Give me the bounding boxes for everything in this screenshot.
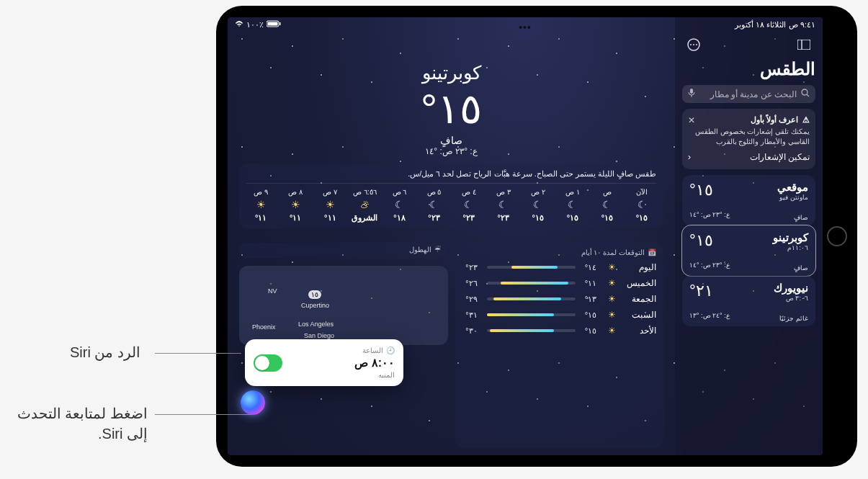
- weather-icon: ☾: [533, 199, 542, 210]
- city-card[interactable]: موقعي ماونتن فيو °١٥ ع: °٢٣ ص: °١٤ صافٍ: [682, 175, 815, 225]
- day-high: °٢٩: [462, 295, 481, 304]
- weather-icon: ☀︎: [606, 278, 617, 288]
- notif-body: يمكنك تلقي إشعارات بخصوص الطقس القاسي وا…: [688, 127, 810, 147]
- wifi-icon: [235, 20, 243, 29]
- city-temp: °١٥: [689, 231, 730, 250]
- siri-app-label: الساعة: [362, 346, 383, 354]
- weather-icon: ☾: [395, 199, 404, 210]
- hour-item: ٧ ص ☀︎ °١١: [316, 188, 344, 223]
- callout-siri-response: الرد من Siri: [70, 342, 140, 362]
- hero: كوبرتينو °١٥ صافٍ ع: °٢٣ ص: °١٤: [239, 62, 663, 156]
- city-name: نيويورك: [774, 282, 808, 295]
- sidebar-toggle-icon[interactable]: [795, 36, 813, 53]
- svg-rect-3: [797, 40, 810, 50]
- weather-map[interactable]: ١٥ Cupertino Los Angeles San Diego Phoen…: [239, 266, 448, 345]
- alarm-toggle[interactable]: [254, 354, 282, 372]
- notification-card: ✕ ⚠︎ اعرف أولاً بأول يمكنك تلقي إشعارات …: [682, 109, 815, 169]
- alert-icon: ⚠︎: [802, 115, 810, 125]
- siri-time: ٨:٠٠ ص: [354, 356, 395, 370]
- day-high: °٣١: [462, 310, 481, 320]
- battery-pct: ١٠٠٪: [246, 20, 264, 30]
- city-subtitle: ٣:٠٦ ص: [774, 295, 808, 302]
- hour-temp: °١٥: [567, 213, 578, 223]
- day-low: °١٥: [581, 326, 600, 336]
- day-row: الأحد ☀︎ °١٥ °٣٠: [462, 323, 657, 339]
- hourly-desc: طقس صافٍ الليلة يستمر حتى الصباح. سرعة ه…: [246, 169, 656, 184]
- city-card[interactable]: كوبرتينو ١١:٠٦م °١٥ ع: °٢٣ ص: °١٤ صافٍ: [682, 225, 815, 276]
- hour-label: ص: [603, 188, 612, 196]
- more-icon[interactable]: [685, 36, 702, 53]
- hour-item: الآن ☾ °١٥: [627, 188, 656, 223]
- hour-temp: °١٥: [601, 213, 613, 223]
- city-condition: صافٍ: [794, 214, 808, 221]
- hour-label: ٣ ص: [496, 188, 511, 196]
- weather-icon: ☀︎: [326, 199, 335, 210]
- hour-label: الآن: [636, 188, 648, 196]
- weather-icon: ☀︎: [606, 326, 617, 336]
- map-pin: Los Angeles: [298, 321, 334, 328]
- svg-rect-11: [690, 89, 693, 94]
- hour-item: ٣ ص ☾ °٢٣: [489, 188, 518, 223]
- city-name: موقعي: [777, 181, 808, 194]
- hour-temp: °٢٣: [497, 213, 509, 223]
- dictate-icon[interactable]: [688, 89, 695, 99]
- weather-icon: ☀︎: [606, 294, 617, 304]
- screen: ٩:٤١ ص الثلاثاء ١٨ أكتوبر ١٠٠٪ •••: [228, 17, 823, 455]
- svg-point-7: [693, 44, 694, 45]
- hourly-panel: طقس صافٍ الليلة يستمر حتى الصباح. سرعة ه…: [239, 164, 663, 228]
- sidebar-title: الطقس: [682, 59, 815, 79]
- chevron-left-icon: ‹: [688, 151, 691, 164]
- search-input[interactable]: البحث عن مدينة أو مطار: [682, 85, 815, 103]
- siri-orb-button[interactable]: [241, 390, 265, 415]
- close-icon[interactable]: ✕: [688, 115, 695, 127]
- weather-icon: ☀︎: [606, 262, 617, 272]
- city-condition: غائم جزئيًا: [779, 315, 808, 322]
- day-low: °١١: [581, 279, 600, 288]
- notif-title: اعرف أولاً بأول: [751, 115, 798, 125]
- temp-bar: [487, 266, 576, 269]
- clock-icon: 🕘: [386, 346, 395, 354]
- svg-point-9: [802, 89, 807, 95]
- hour-label: ٤ ص: [462, 188, 476, 196]
- status-date: الثلاثاء ١٨ أكتوبر: [735, 20, 786, 30]
- hour-label: ٩ ص: [254, 188, 268, 196]
- svg-point-6: [690, 44, 692, 45]
- hour-item: ص ☾ °١٥: [593, 188, 622, 223]
- hour-label: ٦:٥٦ ص: [353, 188, 377, 196]
- weather-icon: ☀︎: [606, 310, 617, 320]
- day-low: °١٤: [581, 263, 600, 272]
- status-bar: ٩:٤١ ص الثلاثاء ١٨ أكتوبر ١٠٠٪: [228, 17, 823, 32]
- map-pin: San Diego: [304, 332, 334, 339]
- city-card[interactable]: نيويورك ٣:٠٦ ص °٢١ ع: °٢٤ ص: °١٣ غائم جز…: [682, 276, 815, 326]
- enable-notifications-button[interactable]: تمكين الإشعارات ‹: [688, 151, 810, 164]
- hour-label: ١ ص: [565, 188, 580, 196]
- weather-icon: ☾: [464, 199, 473, 210]
- hour-item: ٩ ص ☀︎ °١١: [246, 188, 275, 223]
- umbrella-icon: ☔︎: [434, 246, 441, 254]
- hour-temp: °١١: [290, 213, 301, 223]
- weather-icon: ☾: [602, 199, 612, 210]
- weather-sidebar: الطقس البحث عن مدينة أو مطار ✕ ⚠︎ اعرف أ…: [675, 17, 823, 455]
- home-button[interactable]: [827, 226, 847, 246]
- search-placeholder: البحث عن مدينة أو مطار: [699, 89, 797, 99]
- search-icon: [801, 89, 810, 99]
- day-name: الأحد: [623, 326, 656, 336]
- callout-siri-tap: اضغط لمتابعة التحدث إلى Siri.: [4, 403, 148, 444]
- hourly-scroll[interactable]: الآن ☾ °١٥ص ☾ °١٥١ ص ☾ °١٥٢ ص ☾ °١٥٣ ص ☾…: [246, 188, 656, 223]
- hour-label: ٨ ص: [288, 188, 303, 196]
- hero-temp: °١٥: [421, 84, 482, 133]
- siri-response-card[interactable]: 🕘 الساعة ٨:٠٠ ص المنبه: [245, 339, 403, 386]
- map-pin: Phoenix: [252, 323, 276, 331]
- city-range: ع: °٢٣ ص: °١٤: [689, 211, 730, 218]
- hour-temp: الشروق: [352, 213, 377, 223]
- hour-item: ١ ص ☾ °١٥: [558, 188, 587, 223]
- hour-item: ٢ ص ☾ °١٥: [524, 188, 552, 223]
- day-low: °١٣: [581, 295, 600, 304]
- hour-temp: °١٥: [532, 213, 544, 223]
- svg-line-10: [807, 94, 809, 97]
- day-row: اليوم ☀︎ °١٤ °٢٣: [462, 259, 657, 275]
- hour-item: ٥ ص ☾ °٢٣: [420, 188, 449, 223]
- precip-panel[interactable]: ☔︎الهطول: [239, 243, 448, 259]
- city-temp: °١٥: [689, 181, 730, 200]
- day-name: السبت: [623, 310, 656, 320]
